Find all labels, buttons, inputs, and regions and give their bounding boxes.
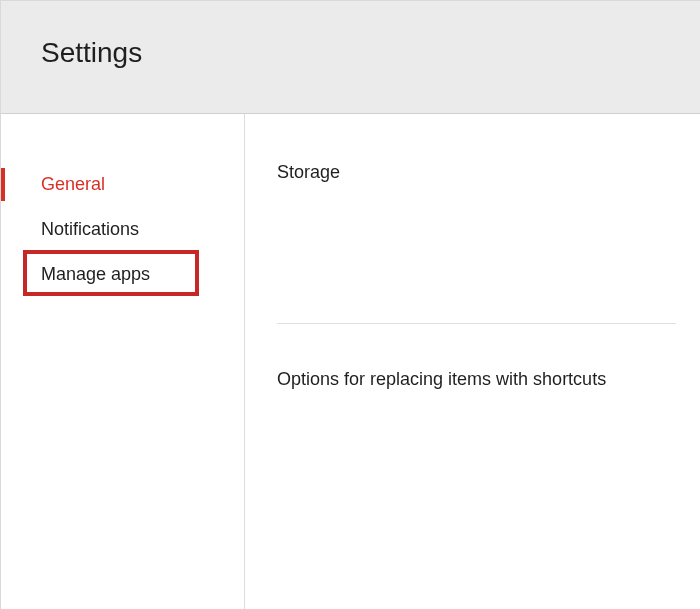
sidebar-item-general[interactable]: General <box>1 162 244 207</box>
section-heading-storage: Storage <box>277 162 676 183</box>
settings-dialog: Settings General Notifications Manage ap… <box>0 0 700 609</box>
page-title: Settings <box>41 37 700 69</box>
sidebar-item-manage-apps[interactable]: Manage apps <box>1 252 244 297</box>
dialog-body: General Notifications Manage apps Storag… <box>1 114 700 609</box>
settings-sidebar: General Notifications Manage apps <box>1 114 245 609</box>
sidebar-item-notifications[interactable]: Notifications <box>1 207 244 252</box>
dialog-header: Settings <box>1 1 700 114</box>
settings-content: Storage Options for replacing items with… <box>245 114 700 609</box>
section-heading-shortcuts: Options for replacing items with shortcu… <box>277 366 637 393</box>
section-divider <box>277 323 676 324</box>
